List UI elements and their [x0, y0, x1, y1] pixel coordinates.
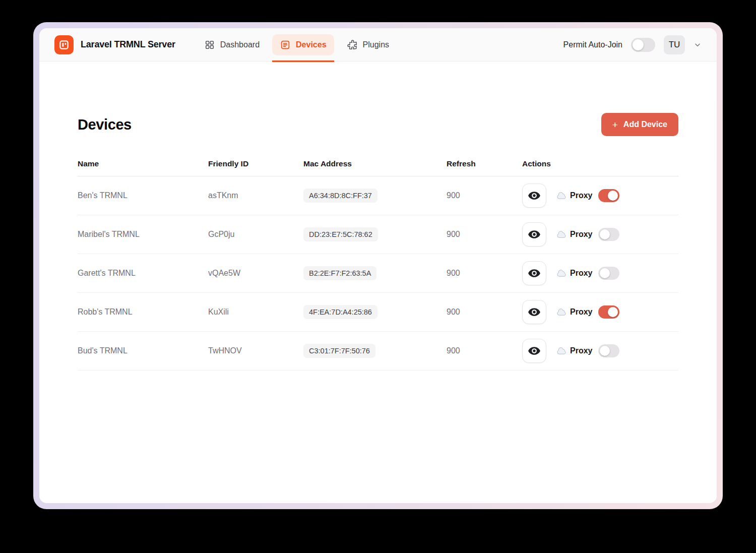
nav-label-devices: Devices — [296, 40, 327, 49]
proxy-label: Proxy — [570, 346, 592, 355]
add-device-button[interactable]: + Add Device — [601, 113, 678, 136]
mac-address-badge: 4F:EA:7D:A4:25:86 — [303, 305, 377, 319]
top-navigation-bar: Laravel TRMNL Server Dashboard — [39, 28, 717, 62]
device-friendly-id: KuXili — [208, 308, 303, 317]
device-name: Garett's TRMNL — [78, 269, 208, 278]
cloud-icon — [556, 307, 566, 317]
column-header-name: Name — [78, 159, 208, 168]
device-refresh: 900 — [447, 269, 522, 278]
device-refresh: 900 — [447, 191, 522, 200]
proxy-toggle[interactable] — [598, 228, 619, 241]
cloud-icon — [556, 229, 566, 239]
table-row: Robb's TRMNL KuXili 4F:EA:7D:A4:25:86 90… — [78, 293, 678, 332]
user-menu-button[interactable] — [694, 41, 702, 49]
eye-icon — [528, 228, 541, 241]
main-content: Devices + Add Device Name Friendly ID Ma… — [39, 62, 717, 503]
chevron-down-icon — [694, 41, 702, 49]
device-friendly-id: vQAe5W — [208, 269, 303, 278]
column-header-refresh: Refresh — [447, 159, 522, 168]
mac-address-badge: A6:34:8D:8C:FF:37 — [303, 189, 377, 203]
device-actions: Proxy — [522, 300, 678, 324]
app-logo — [54, 35, 74, 54]
device-actions: Proxy — [522, 339, 678, 363]
app-title: Laravel TRMNL Server — [81, 39, 175, 50]
trmnl-device-icon — [58, 39, 70, 51]
nav-label-plugins: Plugins — [363, 40, 389, 49]
device-actions: Proxy — [522, 261, 678, 285]
table-row: Bud's TRMNL TwHNOV C3:01:7F:7F:50:76 900… — [78, 332, 678, 371]
device-friendly-id: asTKnm — [208, 191, 303, 200]
cloud-icon — [556, 268, 566, 278]
eye-icon — [528, 305, 541, 319]
toggle-knob — [600, 229, 610, 239]
cloud-icon — [556, 346, 566, 356]
device-refresh: 900 — [447, 346, 522, 355]
view-device-button[interactable] — [522, 300, 546, 324]
device-refresh: 900 — [447, 308, 522, 317]
permit-auto-join-label: Permit Auto-Join — [563, 40, 622, 49]
eye-icon — [528, 344, 541, 357]
devices-table: Name Friendly ID Mac Address Refresh Act… — [78, 159, 678, 371]
device-list-icon — [280, 39, 291, 50]
proxy-toggle[interactable] — [598, 305, 619, 319]
toggle-knob — [600, 268, 610, 278]
device-name: Ben's TRMNL — [78, 191, 208, 200]
proxy-toggle[interactable] — [598, 189, 619, 202]
toggle-knob — [633, 39, 644, 50]
permit-auto-join-toggle[interactable] — [631, 38, 655, 52]
table-body: Ben's TRMNL asTKnm A6:34:8D:8C:FF:37 900… — [78, 176, 678, 371]
nav-item-devices[interactable]: Devices — [272, 34, 334, 55]
column-header-mac-address: Mac Address — [303, 159, 447, 168]
device-actions: Proxy — [522, 183, 678, 208]
view-device-button[interactable] — [522, 183, 546, 208]
proxy-label: Proxy — [570, 191, 592, 200]
nav-label-dashboard: Dashboard — [220, 40, 260, 49]
eye-icon — [528, 267, 541, 280]
toggle-knob — [608, 191, 618, 201]
device-refresh: 900 — [447, 230, 522, 239]
puzzle-icon — [347, 39, 358, 50]
page-header-row: Devices + Add Device — [78, 113, 678, 136]
device-name: Maribel's TRMNL — [78, 230, 208, 239]
column-header-friendly-id: Friendly ID — [208, 159, 303, 168]
toggle-knob — [608, 307, 618, 317]
proxy-label: Proxy — [570, 230, 592, 239]
mac-address-badge: DD:23:E7:5C:78:62 — [303, 227, 378, 241]
view-device-button[interactable] — [522, 261, 546, 285]
table-row: Garett's TRMNL vQAe5W B2:2E:F7:F2:63:5A … — [78, 254, 678, 293]
nav-item-plugins[interactable]: Plugins — [339, 34, 397, 55]
grid-icon — [204, 39, 215, 50]
table-row: Ben's TRMNL asTKnm A6:34:8D:8C:FF:37 900… — [78, 176, 678, 215]
table-header-row: Name Friendly ID Mac Address Refresh Act… — [78, 159, 678, 176]
device-name: Robb's TRMNL — [78, 308, 208, 317]
toggle-knob — [600, 346, 610, 356]
proxy-label: Proxy — [570, 269, 592, 278]
eye-icon — [528, 189, 541, 202]
device-friendly-id: TwHNOV — [208, 346, 303, 355]
nav-item-dashboard[interactable]: Dashboard — [197, 34, 267, 55]
device-actions: Proxy — [522, 222, 678, 247]
user-avatar[interactable]: TU — [664, 35, 685, 54]
view-device-button[interactable] — [522, 339, 546, 363]
column-header-actions: Actions — [522, 159, 678, 168]
plus-icon: + — [612, 120, 618, 130]
device-friendly-id: GcP0ju — [208, 230, 303, 239]
table-row: Maribel's TRMNL GcP0ju DD:23:E7:5C:78:62… — [78, 215, 678, 254]
cloud-icon — [556, 191, 566, 201]
device-name: Bud's TRMNL — [78, 346, 208, 355]
mac-address-badge: B2:2E:F7:F2:63:5A — [303, 266, 376, 280]
mac-address-badge: C3:01:7F:7F:50:76 — [303, 344, 375, 358]
proxy-toggle[interactable] — [598, 344, 619, 357]
header-right-group: Permit Auto-Join TU — [563, 35, 702, 54]
page-title: Devices — [78, 116, 132, 133]
app-window: Laravel TRMNL Server Dashboard — [39, 28, 717, 503]
window-frame: Laravel TRMNL Server Dashboard — [33, 22, 723, 509]
proxy-label: Proxy — [570, 308, 592, 317]
proxy-toggle[interactable] — [598, 267, 619, 280]
main-nav: Dashboard Devices Plugins — [197, 34, 397, 55]
view-device-button[interactable] — [522, 222, 546, 247]
add-device-label: Add Device — [623, 120, 667, 129]
